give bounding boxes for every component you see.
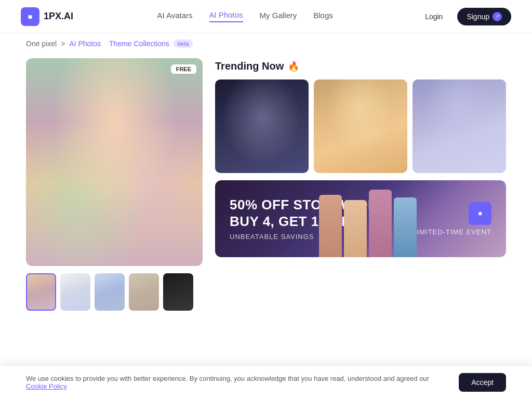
fire-icon: 🔥 (288, 61, 299, 72)
figure-2 (344, 200, 367, 257)
figure-4 (394, 197, 417, 257)
main-content: FREE Trending Now 🔥 50% OFF STOREWIDE BU… (0, 54, 532, 398)
breadcrumb-root[interactable]: One pixel (26, 39, 57, 48)
signup-label: Signup (467, 12, 489, 21)
thumbnail-strip (26, 271, 203, 313)
thumbnail-2[interactable] (60, 273, 90, 311)
signup-button[interactable]: Signup ↗ (457, 8, 511, 25)
nav-ai-avatars[interactable]: AI Avatars (157, 11, 192, 22)
logo-icon: ■ (21, 7, 39, 26)
trending-card-2[interactable] (314, 79, 407, 173)
logo[interactable]: ■ 1PX.AI (21, 7, 73, 26)
main-nav: AI Avatars AI Photos My Gallery Blogs (94, 10, 396, 22)
login-button[interactable]: Login (417, 8, 451, 25)
breadcrumb-separator: > (61, 39, 65, 48)
free-badge: FREE (171, 64, 196, 74)
cookie-bar: We use cookies to provide you with bette… (0, 365, 532, 399)
logo-text: 1PX.AI (44, 11, 73, 22)
thumbnail-5[interactable] (163, 273, 193, 311)
hero-image[interactable]: FREE (26, 58, 203, 266)
promo-figures (319, 180, 423, 257)
cookie-policy-link[interactable]: Cookie Policy (26, 382, 67, 390)
trending-header: Trending Now 🔥 (215, 60, 506, 72)
nav-blogs[interactable]: Blogs (313, 11, 333, 22)
nav-ai-photos[interactable]: AI Photos (209, 10, 243, 22)
header-actions: Login Signup ↗ (417, 8, 511, 25)
hero-image-visual (26, 58, 203, 266)
cookie-accept-button[interactable]: Accept (459, 373, 506, 392)
figure-3 (369, 190, 392, 257)
arrow-icon: ↗ (493, 12, 502, 21)
promo-logo: ■ (469, 202, 491, 225)
promo-right: ■ LIMITED-TIME EVENT (413, 202, 491, 236)
beta-badge: beta (174, 39, 193, 48)
breadcrumb-current: Theme Collections (109, 39, 169, 48)
trending-title: Trending Now (215, 60, 284, 72)
left-panel: FREE (26, 58, 203, 394)
right-panel: Trending Now 🔥 50% OFF STOREWIDE BUY 4, … (215, 58, 506, 394)
breadcrumb: One pixel > AI Photos Theme Collections … (0, 33, 532, 54)
figure-1 (319, 195, 342, 257)
trending-card-3[interactable] (413, 79, 506, 173)
promo-banner[interactable]: 50% OFF STOREWIDE BUY 4, GET 1 FREE! UNB… (215, 180, 506, 257)
breadcrumb-parent[interactable]: AI Photos (69, 39, 101, 48)
cookie-text-main: We use cookies to provide you with bette… (26, 375, 429, 382)
cookie-message: We use cookies to provide you with bette… (26, 375, 448, 390)
nav-my-gallery[interactable]: My Gallery (260, 11, 297, 22)
thumbnail-3[interactable] (95, 273, 125, 311)
thumbnail-4[interactable] (129, 273, 159, 311)
trending-card-1[interactable] (215, 79, 309, 173)
thumbnail-1[interactable] (26, 273, 56, 311)
promo-event: LIMITED-TIME EVENT (413, 228, 491, 236)
trending-grid (215, 79, 506, 173)
